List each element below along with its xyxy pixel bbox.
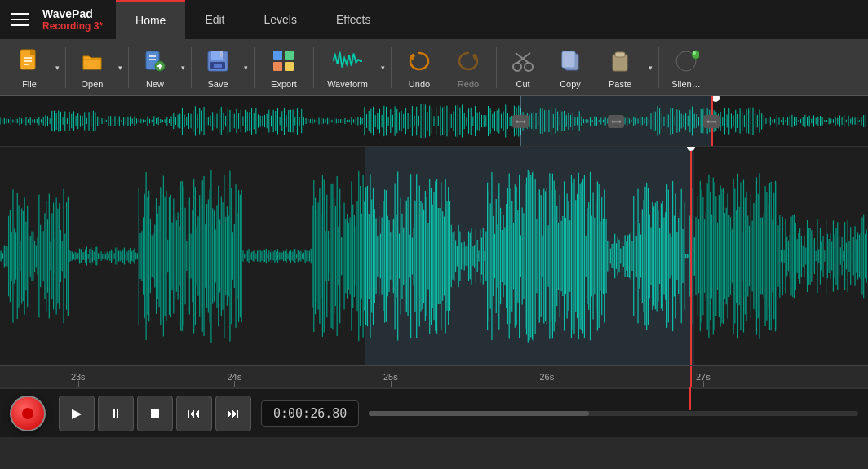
svg-rect-19 [285, 62, 294, 71]
svg-rect-25 [562, 51, 575, 68]
progress-bar[interactable] [369, 411, 858, 416]
open-arrow[interactable]: ▾ [115, 64, 125, 72]
next-button[interactable]: ⏭ [215, 396, 251, 431]
open-button[interactable]: Open [69, 42, 115, 94]
waveform-main[interactable] [0, 147, 868, 365]
undo-icon [405, 46, 434, 76]
file-label: File [22, 79, 37, 89]
handle-mid[interactable]: ⟺ [608, 115, 624, 128]
record-button[interactable] [10, 396, 46, 431]
new-button[interactable]: New [132, 42, 178, 94]
save-button[interactable]: Save [195, 42, 241, 94]
waveform-button[interactable]: Waveform [317, 42, 378, 94]
cut-label: Cut [516, 79, 529, 89]
copy-icon [556, 46, 585, 76]
title-bar: WavePad Recording 3* Home Edit Levels Ef… [0, 0, 868, 39]
tick-4 [547, 381, 547, 387]
waveform-icon [333, 46, 362, 76]
save-icon [203, 46, 232, 76]
svg-rect-18 [273, 62, 282, 71]
handle-left[interactable]: ⟺ [512, 115, 529, 128]
paste-icon [605, 46, 635, 76]
app-name: WavePad [42, 7, 103, 20]
svg-rect-17 [285, 51, 294, 60]
copy-button[interactable]: Copy [546, 42, 595, 94]
tick-1 [78, 381, 79, 387]
hamburger-menu-icon[interactable] [7, 7, 33, 33]
sep-4 [254, 47, 255, 88]
app-title: WavePad Recording 3* [42, 7, 103, 32]
sep-6 [391, 47, 392, 88]
svg-point-31 [22, 408, 33, 419]
paste-arrow[interactable]: ▾ [645, 64, 655, 72]
svg-line-22 [517, 53, 530, 63]
svg-rect-16 [273, 51, 282, 60]
stop-button[interactable]: ⏹ [137, 396, 173, 431]
redo-label: Redo [458, 79, 479, 89]
new-icon [140, 46, 170, 76]
silence-label: Silen… [671, 79, 700, 89]
save-label: Save [207, 79, 228, 89]
copy-label: Copy [560, 79, 581, 89]
file-arrow[interactable]: ▾ [52, 64, 62, 72]
open-icon [78, 46, 107, 76]
new-label: New [146, 79, 164, 89]
main-playhead [690, 147, 692, 365]
timeline-playhead [690, 366, 692, 387]
sep-5 [313, 47, 314, 88]
time-display: 0:00:26.80 [261, 400, 359, 427]
export-icon [269, 46, 299, 76]
svg-point-29 [692, 51, 699, 59]
nav-tabs: Home Edit Levels Effects [116, 0, 391, 39]
svg-line-23 [516, 53, 529, 63]
save-arrow[interactable]: ▾ [241, 64, 250, 72]
export-label: Export [271, 79, 297, 89]
redo-icon [454, 46, 483, 76]
svg-rect-27 [615, 52, 625, 57]
undo-label: Undo [409, 79, 430, 89]
recording-name: Recording 3* [42, 20, 103, 32]
tab-levels[interactable]: Levels [245, 0, 317, 39]
file-icon [15, 46, 44, 76]
tick-5 [703, 381, 704, 387]
waveform-label: Waveform [327, 79, 368, 89]
sep-1 [65, 47, 66, 88]
overview-waveform-canvas [0, 96, 868, 146]
svg-rect-1 [30, 50, 35, 55]
progress-fill [369, 411, 589, 416]
tick-2 [234, 381, 235, 387]
sep-3 [191, 47, 192, 88]
tab-effects[interactable]: Effects [317, 0, 391, 39]
toolbar: File ▾ Open ▾ New ▾ Save ▾ Export [0, 39, 868, 96]
svg-rect-13 [220, 51, 223, 57]
cut-button[interactable]: Cut [500, 42, 546, 94]
waveform-overview[interactable]: ⟺ ⟺ ⟺ [0, 96, 868, 147]
pause-button[interactable]: ⏸ [98, 396, 134, 431]
play-button[interactable]: ▶ [59, 396, 95, 431]
sep-8 [658, 47, 659, 88]
waveform-arrow[interactable]: ▾ [378, 64, 388, 72]
new-arrow[interactable]: ▾ [178, 64, 188, 72]
redo-button[interactable]: Redo [444, 42, 493, 94]
sep-2 [128, 47, 129, 88]
svg-point-30 [693, 51, 696, 55]
svg-rect-15 [214, 64, 222, 68]
tab-home[interactable]: Home [116, 0, 185, 39]
file-button[interactable]: File [7, 42, 52, 94]
svg-point-20 [513, 63, 521, 71]
timeline-playhead-ext [689, 387, 691, 410]
cut-icon [508, 46, 538, 76]
prev-button[interactable]: ⏮ [176, 396, 212, 431]
handle-right[interactable]: ⟺ [703, 115, 720, 128]
silence-button[interactable]: Silen… [662, 42, 710, 94]
undo-button[interactable]: Undo [395, 42, 444, 94]
transport-bar: ▶ ⏸ ⏹ ⏮ ⏭ 0:00:26.80 [0, 388, 868, 437]
export-button[interactable]: Export [258, 42, 310, 94]
main-waveform-canvas [0, 147, 868, 365]
paste-button[interactable]: Paste [595, 42, 645, 94]
open-label: Open [82, 79, 104, 89]
svg-point-21 [525, 63, 533, 71]
sep-7 [496, 47, 497, 88]
tab-edit[interactable]: Edit [185, 0, 244, 39]
silence-icon [671, 46, 701, 76]
